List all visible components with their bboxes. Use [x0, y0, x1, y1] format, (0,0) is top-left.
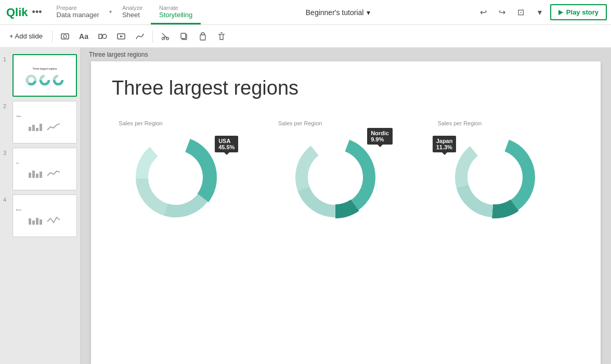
slide-item-3[interactable]: 3 Lin	[0, 146, 80, 192]
qlik-logo[interactable]: Qlik •••	[0, 0, 48, 24]
svg-rect-28	[40, 124, 42, 131]
slide-panel: 1 Three largest regions	[0, 48, 81, 364]
slide-2-charts	[24, 121, 65, 132]
chart-3-svg	[448, 131, 542, 224]
tab-narrate[interactable]: Narrate Storytelling	[151, 0, 201, 24]
toolbar-sep-2	[152, 30, 153, 43]
svg-point-46	[308, 150, 362, 204]
slide-2-bar-icon	[28, 121, 43, 132]
chart-2-donut-wrapper: Nordic 9.9%	[278, 131, 393, 224]
chart-3: Sales per Region Japan 11.3%	[438, 120, 573, 224]
effects-icon	[135, 32, 145, 41]
svg-rect-2	[99, 34, 102, 38]
text-icon: Aa	[79, 32, 88, 41]
thumb-donut-2	[39, 74, 50, 86]
tab-analyze-category: Analyze	[122, 5, 142, 11]
slide-canvas[interactable]: Three largest regions Sales per Region U…	[91, 61, 601, 364]
slide-header-title: Three largest regions	[89, 51, 148, 58]
chart-1-label: Sales per Region	[119, 120, 162, 126]
cut-button[interactable]	[157, 28, 174, 45]
play-story-label: Play story	[566, 8, 599, 16]
svg-rect-26	[32, 125, 35, 131]
slide-3-line-icon	[46, 167, 62, 179]
thumb-donut-1	[25, 74, 37, 86]
display-options-button[interactable]: ▾	[531, 4, 548, 21]
slide-4-bar-icon	[28, 214, 43, 226]
svg-rect-31	[36, 174, 38, 178]
qlik-logo-text: Qlik	[6, 6, 28, 19]
svg-point-18	[29, 78, 33, 82]
shape-icon	[98, 32, 107, 41]
slide-item-2[interactable]: 2 Sales	[0, 99, 80, 146]
slide-view-area: Three largest regions Three largest regi…	[81, 48, 611, 364]
chart-1-tooltip-value: 45.5%	[218, 144, 235, 150]
chart-1-donut-wrapper: USA 45.5%	[119, 131, 233, 224]
delete-button[interactable]	[213, 28, 230, 45]
chart-1-svg	[129, 131, 223, 224]
slide-3-number: 3	[3, 148, 9, 156]
redo-button[interactable]: ↪	[494, 4, 511, 21]
slide-4-thumb: Asset	[12, 194, 77, 237]
svg-point-21	[43, 78, 47, 82]
add-slide-label: + Add slide	[9, 32, 43, 40]
svg-rect-25	[29, 127, 31, 131]
tab-prepare[interactable]: Prepare Data manager ▾	[48, 0, 113, 24]
media-button[interactable]	[113, 28, 129, 45]
tutorial-selector[interactable]: Beginner's tutorial ▾	[306, 8, 371, 17]
text-button[interactable]: Aa	[75, 28, 92, 45]
svg-point-24	[56, 78, 60, 82]
tab-analyze[interactable]: Analyze Sheet	[114, 0, 151, 24]
svg-point-1	[63, 35, 67, 38]
toolbar: + Add slide Aa	[0, 25, 611, 48]
thumb-donut-3	[53, 74, 64, 86]
chart-1-tooltip: USA 45.5%	[215, 136, 238, 152]
add-slide-button[interactable]: + Add slide	[4, 28, 48, 45]
chart-3-tooltip: Japan 11.3%	[433, 136, 457, 152]
chart-1-tooltip-name: USA	[218, 138, 235, 144]
tab-prepare-dropdown-icon[interactable]: ▾	[109, 9, 112, 15]
svg-marker-5	[120, 35, 123, 37]
main-area: 1 Three largest regions	[0, 48, 611, 364]
chart-2-tooltip-name: Nordic	[371, 130, 389, 136]
play-icon	[558, 10, 563, 15]
snapshot-button[interactable]	[57, 28, 73, 45]
slide-3-thumb: Lin	[12, 148, 77, 190]
slide-2-number: 2	[3, 101, 9, 109]
slide-1-thumb: Three largest regions	[12, 54, 77, 97]
delete-icon	[217, 32, 226, 41]
chart-3-tooltip-name: Japan	[436, 138, 453, 144]
slide-item-1[interactable]: 1 Three largest regions	[0, 52, 80, 99]
toolbar-sep-1	[52, 30, 53, 43]
svg-rect-12	[181, 33, 186, 38]
effects-button[interactable]	[132, 28, 148, 45]
shape-button[interactable]	[94, 28, 111, 45]
slide-4-label: Asset	[13, 206, 76, 212]
slide-title: Three largest regions	[91, 61, 601, 110]
slide-4-line-icon	[46, 214, 62, 226]
copy-button[interactable]	[176, 28, 192, 45]
slide-3-bar-icon	[28, 167, 43, 179]
svg-rect-33	[29, 218, 31, 225]
undo-button[interactable]: ↩	[475, 4, 492, 21]
svg-rect-30	[32, 171, 35, 178]
slide-4-number: 4	[3, 194, 9, 203]
svg-point-41	[149, 150, 203, 204]
slide-2-thumb: Sales	[12, 101, 77, 144]
more-menu-icon[interactable]: •••	[32, 7, 42, 18]
nav-right: ↩ ↪ ⊡ ▾ Play story	[475, 0, 611, 24]
svg-rect-32	[40, 172, 42, 178]
slide-header: Three largest regions	[81, 48, 611, 61]
svg-rect-34	[32, 220, 35, 225]
slide-2-line-icon	[46, 121, 62, 132]
chart-1: Sales per Region USA 45.5%	[119, 120, 254, 224]
fullscreen-button[interactable]: ⊡	[513, 4, 529, 21]
slide-item-4[interactable]: 4 Asset	[0, 192, 80, 239]
chart-2: Sales per Region Nordic 9.9%	[278, 120, 413, 224]
chart-2-label: Sales per Region	[278, 120, 322, 126]
cut-icon	[161, 32, 170, 41]
svg-point-3	[102, 34, 107, 38]
play-story-button[interactable]: Play story	[550, 4, 607, 20]
media-icon	[116, 32, 126, 41]
chart-3-label: Sales per Region	[438, 120, 482, 126]
paste-button[interactable]	[194, 28, 211, 45]
